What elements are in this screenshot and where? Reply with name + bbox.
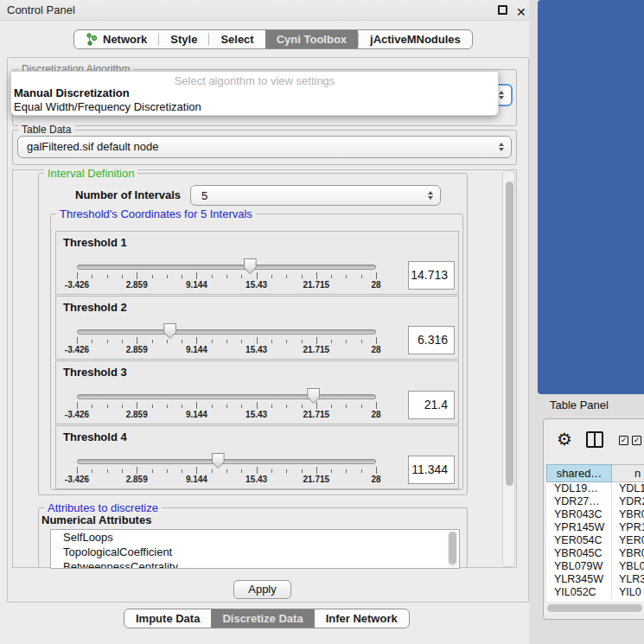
tab-select[interactable]: Select [209,30,265,48]
attributes-list-scrollbar-thumb[interactable] [449,532,456,564]
cell-name[interactable]: YBR0 [612,547,644,560]
interval-definition-group-title: Interval Definition [44,167,137,180]
tab-network[interactable]: Network [74,30,158,48]
checkbox-icon[interactable]: ✓ [632,436,641,445]
threshold-value-field[interactable]: 14.713 [408,261,455,290]
cell-name[interactable]: YER0 [612,534,644,547]
column-header-shared-name[interactable]: shared… [546,464,612,482]
tab-jactivemnodules[interactable]: jActiveMNodules [359,30,472,48]
cell-name[interactable]: YBR0 [612,508,644,521]
table-header-row: shared… n [546,464,644,482]
threshold-label: Threshold 2 [63,301,127,314]
threshold-slider-track[interactable] [77,394,376,399]
num-intervals-combobox[interactable]: 5 [190,185,441,206]
cell-shared-name[interactable]: YDL19… [546,482,612,495]
tick-label: -3.426 [65,345,89,354]
cell-name[interactable]: YPR1 [612,521,644,534]
threshold-value-field[interactable]: 6.316 [408,326,455,354]
table-horizontal-scrollbar-thumb[interactable] [547,604,642,612]
slider-tick-labels: -3.4262.8599.14415.4321.71528 [77,345,376,355]
tick-label: 21.715 [303,280,330,290]
threshold-slider-track[interactable] [77,265,376,270]
tick-label: 9.144 [186,280,207,290]
slider-ticks [77,337,376,344]
cell-name[interactable]: YDL1 [612,482,644,495]
table-row[interactable]: YLR345WYLR3 [546,573,644,586]
table-row[interactable]: YBR045CYBR0 [546,547,644,560]
threshold-panel-2: Threshold 2 -3.4262.8599.14415.4321.7152… [55,296,459,360]
cell-shared-name[interactable]: YDR27… [546,495,612,508]
attribute-list-item[interactable]: SelfLoops [51,530,459,545]
gear-icon[interactable]: ⚙ [557,429,572,450]
table-horizontal-scrollbar[interactable] [545,603,644,614]
cell-shared-name[interactable]: YLR345W [546,573,612,586]
split-columns-icon[interactable] [586,431,603,448]
close-icon[interactable]: ✕ [516,2,526,22]
table-row[interactable]: YBR043CYBR0 [546,508,644,521]
tab-cyni-toolbox[interactable]: Cyni Toolbox [265,30,358,48]
apply-button[interactable]: Apply [233,580,291,599]
table-row[interactable]: YPR145WYPR1 [546,521,644,534]
threshold-slider-track[interactable] [77,459,376,464]
cell-shared-name[interactable]: YPR145W [546,521,612,534]
threshold-value-field[interactable]: 21.4 [408,391,455,419]
table-row[interactable]: YER054CYER0 [546,534,644,547]
tick-label: 9.144 [186,475,207,484]
cell-name[interactable]: YLR3 [612,573,644,586]
tick-label: 9.144 [186,345,207,354]
tick-label: 15.43 [245,280,267,290]
panel-scrollbar-thumb[interactable] [506,182,513,486]
top-tab-bar: Network Style Select Cyni Toolbox jActiv… [73,29,473,49]
numerical-attributes-list[interactable]: SelfLoopsTopologicalCoefficientBetweenne… [50,529,460,569]
algorithm-dropdown-popup: Select algorithm to view settings Manual… [10,71,499,116]
cell-shared-name[interactable]: YBR045C [546,547,612,560]
threshold-panel-3: Threshold 3 -3.4262.8599.14415.4321.7152… [55,360,459,424]
tick-label: 28 [371,410,380,419]
threshold-label: Threshold 1 [63,236,127,249]
tick-label: 2.859 [126,475,148,484]
attribute-list-item[interactable]: BetweennessCentrality [51,559,459,569]
tick-label: 2.859 [126,280,148,290]
tick-label: 15.43 [245,345,267,354]
bottom-tab-bar: Impute Data Discretize Data Infer Networ… [124,609,410,628]
cell-shared-name[interactable]: YIL052C [546,586,612,599]
cell-name[interactable]: YIL0 [612,586,644,599]
algorithm-option-manual[interactable]: Manual Discretization [11,86,498,100]
tab-discretize-data[interactable]: Discretize Data [211,609,314,628]
control-panel-titlebar: Control Panel ✕ [0,0,536,21]
cell-shared-name[interactable]: YBR043C [546,508,612,521]
threshold-label: Threshold 3 [63,366,127,379]
num-intervals-label: Number of Intervals [75,188,181,201]
network-view-window: GAL80GACGAL11GAL4GCY1HHAP2 [538,0,644,394]
cell-shared-name[interactable]: YER054C [546,534,612,547]
table-data-group-title: Table Data [18,124,74,136]
table-row[interactable]: YDR27…YDR2 [546,495,644,508]
table-row[interactable]: YBL079WYBL0 [546,560,644,573]
tab-infer-network[interactable]: Infer Network [315,609,409,628]
tick-label: 15.43 [245,410,267,419]
tick-label: 9.144 [186,410,207,419]
table-row[interactable]: YDL19…YDL1 [546,482,644,495]
cell-name[interactable]: YBL0 [612,560,644,573]
table-row[interactable]: YIL052CYIL0 [546,586,644,599]
tick-label: 28 [371,280,380,290]
tick-label: 21.715 [303,410,330,419]
threshold-slider-track[interactable] [77,329,376,335]
attributes-list-scrollbar[interactable] [448,531,457,567]
table-data-combobox[interactable]: galFiltered.sif default node [17,136,512,158]
combo-stepper-icon [428,191,433,200]
algorithm-option-equal-width[interactable]: Equal Width/Frequency Discretization [11,100,498,114]
control-panel-title: Control Panel [7,3,75,16]
column-header-name[interactable]: n [612,464,644,482]
attribute-list-item[interactable]: TopologicalCoefficient [51,545,459,559]
tab-style[interactable]: Style [159,30,208,48]
cell-name[interactable]: YDR2 [612,495,644,508]
table-data-value: galFiltered.sif default node [27,137,158,157]
float-panel-icon[interactable] [498,5,507,15]
cell-shared-name[interactable]: YBL079W [546,560,612,573]
thresholds-group-title: Threshold's Coordinates for 5 Intervals [56,207,256,220]
tab-impute-data[interactable]: Impute Data [124,609,211,628]
checkbox-icon[interactable]: ✓ [619,436,628,445]
threshold-value-field[interactable]: 11.344 [408,456,455,484]
panel-scrollbar[interactable] [502,170,515,567]
